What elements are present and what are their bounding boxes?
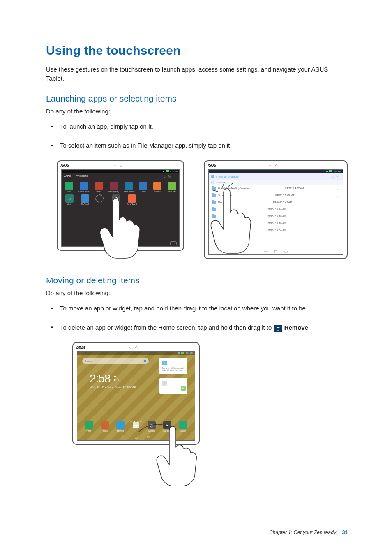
device-logo: /SUS xyxy=(208,163,216,168)
device-logo: /SUS xyxy=(61,163,69,168)
mic-icon xyxy=(144,360,146,362)
menu-icon: ⋮ xyxy=(173,175,177,178)
status-time: 9:02 AM xyxy=(334,170,341,173)
figure-apps-tablet: /SUS ○ ◇ 9:02 AM APPS WIDGETS ⌕ ⇅ ⋮ xyxy=(57,160,184,251)
nav-back-icon: ↩ xyxy=(264,249,267,254)
app-row-1: ZenUI Communication Media Photography Pr… xyxy=(62,178,179,193)
section2-intro: Do any of the following: xyxy=(46,289,348,296)
fm-header: Internal storage xyxy=(216,175,239,178)
fm-path: /sdcard/ xyxy=(216,181,224,184)
nav-home-icon: ◻ xyxy=(274,249,277,254)
search-icon: ⌕ xyxy=(332,175,334,178)
nav-back-icon: ↩ xyxy=(122,435,125,439)
bullet-move: To move an app or widget, tap and hold t… xyxy=(51,304,348,313)
figure-home-tablet: /SUS ○ ◇ 9:02 AM Google 2:58 ☁91°F xyxy=(72,342,200,445)
figure-filemanager-tablet: /SUS ○ ◇ 9:02 AM Internal storage ⌕ ⋮ xyxy=(204,160,348,259)
widget-card: + ✎ xyxy=(159,378,187,394)
tab-apps: APPS xyxy=(64,175,71,178)
menu-icon: ⋮ xyxy=(336,175,339,178)
google-search: Google xyxy=(82,358,149,364)
footer-chapter: Chapter 1: Get your Zen ready! xyxy=(269,530,337,535)
sort-icon: ⇅ xyxy=(168,175,171,178)
remove-icon xyxy=(274,325,282,332)
section1-intro: Do any of the following: xyxy=(46,108,348,115)
bullet-launch-app: To launch an app, simply tap on it. xyxy=(51,122,348,132)
storage-icon xyxy=(211,175,214,178)
dock: Mail Photos 🌐Browser ◎Camera ▶Play Store… xyxy=(77,421,195,432)
tab-widgets: WIDGETS xyxy=(76,175,88,178)
nav-recent-icon: ▭ xyxy=(284,249,288,254)
status-time: 9:02 AM xyxy=(170,170,178,173)
search-icon: ⌕ xyxy=(164,175,166,178)
widget-card: + Tap and hold this widget. Then flick o… xyxy=(159,358,187,374)
lead-text: Use these gestures on the touchscreen to… xyxy=(46,65,348,83)
section-heading-moving: Moving or deleting items xyxy=(46,275,348,285)
nav-recent-icon: ▭ xyxy=(147,435,150,439)
page-title: Using the touchscreen xyxy=(46,44,348,58)
device-logo: /SUS xyxy=(76,345,85,350)
bullet-select-item: To select an item such as in File Manage… xyxy=(51,141,348,150)
status-time: 9:02 AM xyxy=(186,352,193,354)
file-list: DownloadsPendingDownloads1/3/2015 4:07 A… xyxy=(209,185,343,234)
bullet-delete: To delete an app or widget from the Home… xyxy=(51,323,348,332)
svg-rect-0 xyxy=(277,328,279,330)
section-heading-launching: Launching apps or selecting items xyxy=(46,94,348,104)
nav-home-icon: ◻ xyxy=(134,435,138,439)
device-sensors: ○ ◇ xyxy=(129,345,139,349)
device-sensors: ○ ◇ xyxy=(269,164,279,168)
app-row-2: ♫Music MyCloud ⚙Settings Voice Search xyxy=(62,193,179,206)
footer-page-number: 31 xyxy=(342,530,348,535)
device-sensors: ○ ◇ xyxy=(114,164,124,168)
clock-widget: 2:58 ☁91°F MON, JUL 13 • Balibo, Distric… xyxy=(90,372,121,385)
